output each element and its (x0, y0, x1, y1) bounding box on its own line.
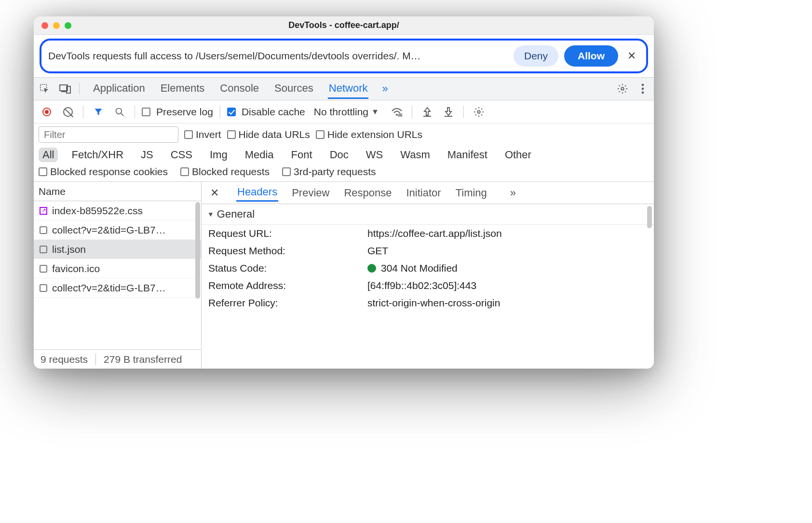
details-panel: ✕ Headers Preview Response Initiator Tim… (202, 182, 654, 369)
search-icon[interactable] (111, 104, 128, 120)
permission-text: DevTools requests full access to /Users/… (48, 50, 508, 62)
requests-count: 9 requests (41, 354, 88, 365)
third-party-checkbox[interactable]: 3rd-party requests (282, 166, 376, 178)
general-section-header[interactable]: ▼ General (202, 204, 654, 225)
kv-referrer-policy: Referrer Policy:strict-origin-when-cross… (202, 294, 654, 312)
chevron-down-icon: ▼ (371, 108, 379, 116)
file-icon (40, 284, 47, 292)
type-fetch[interactable]: Fetch/XHR (68, 148, 127, 162)
type-manifest[interactable]: Manifest (444, 148, 491, 162)
tab-headers[interactable]: Headers (236, 184, 278, 202)
tab-sources[interactable]: Sources (273, 79, 314, 99)
type-media[interactable]: Media (241, 148, 278, 162)
titlebar: DevTools - coffee-cart.app/ (34, 16, 654, 35)
svg-point-5 (642, 84, 644, 86)
network-settings-icon[interactable] (471, 104, 487, 120)
resource-type-filters: All Fetch/XHR JS CSS Img Media Font Doc … (34, 146, 654, 165)
status-ok-icon (367, 264, 376, 273)
traffic-lights (41, 22, 71, 29)
panel-tabs-row: Application Elements Console Sources Net… (34, 77, 654, 100)
request-row[interactable]: favicon.ico (34, 259, 201, 278)
tab-application[interactable]: Application (92, 79, 146, 99)
svg-point-8 (116, 108, 122, 114)
requests-panel: Name index-b859522e.css collect?v=2&tid=… (34, 182, 202, 369)
kv-request-url: Request URL:https://coffee-cart.app/list… (202, 225, 654, 242)
requests-list: index-b859522e.css collect?v=2&tid=G-LB7… (34, 201, 201, 349)
type-wasm[interactable]: Wasm (396, 148, 434, 162)
filter-toggle-icon[interactable] (90, 104, 107, 120)
device-toolbar-icon[interactable] (57, 81, 73, 97)
inspect-element-icon[interactable] (37, 81, 53, 97)
download-har-icon[interactable] (440, 104, 457, 120)
minimize-window-button[interactable] (53, 22, 60, 29)
detail-tabs: ✕ Headers Preview Response Initiator Tim… (202, 182, 654, 204)
throttling-select[interactable]: No throttling ▼ (314, 106, 379, 118)
type-all[interactable]: All (39, 148, 58, 162)
permission-banner: DevTools requests full access to /Users/… (40, 39, 648, 73)
tab-console[interactable]: Console (219, 79, 260, 99)
tab-preview[interactable]: Preview (291, 185, 330, 201)
file-icon (40, 265, 47, 273)
request-row-selected[interactable]: list.json (34, 240, 201, 259)
kv-status-code: Status Code:304 Not Modified (202, 260, 654, 277)
name-column-header[interactable]: Name (34, 182, 201, 201)
tab-response[interactable]: Response (343, 185, 392, 201)
clear-button[interactable] (60, 104, 76, 120)
request-row[interactable]: index-b859522e.css (34, 201, 201, 220)
more-tabs-icon[interactable]: » (382, 83, 388, 95)
panel-tabs: Application Elements Console Sources Net… (92, 79, 368, 99)
blocked-requests-checkbox[interactable]: Blocked requests (180, 166, 270, 178)
filter-input[interactable] (39, 126, 178, 143)
disclosure-triangle-icon: ▼ (207, 210, 214, 218)
close-banner-icon[interactable]: ✕ (624, 50, 639, 62)
preserve-log-checkbox[interactable]: Preserve log (142, 106, 213, 118)
hide-extension-urls-checkbox[interactable]: Hide extension URLs (316, 129, 422, 140)
type-js[interactable]: JS (137, 148, 157, 162)
tab-initiator[interactable]: Initiator (405, 185, 442, 201)
extra-filters-row: Blocked response cookies Blocked request… (34, 165, 654, 182)
scrollbar-thumb[interactable] (195, 202, 200, 299)
file-icon (40, 246, 47, 253)
request-row[interactable]: collect?v=2&tid=G-LB7… (34, 278, 201, 298)
disable-cache-checkbox[interactable]: Disable cache (227, 106, 305, 118)
type-font[interactable]: Font (287, 148, 316, 162)
tab-network[interactable]: Network (328, 79, 369, 99)
type-img[interactable]: Img (206, 148, 231, 162)
close-window-button[interactable] (41, 22, 48, 29)
upload-har-icon[interactable] (419, 104, 435, 120)
network-toolbar: Preserve log Disable cache No throttling… (34, 100, 654, 124)
blocked-cookies-checkbox[interactable]: Blocked response cookies (39, 166, 168, 178)
svg-point-10 (396, 114, 398, 116)
svg-rect-2 (61, 91, 66, 92)
kv-request-method: Request Method:GET (202, 242, 654, 260)
transferred-size: 279 B transferred (95, 354, 182, 365)
svg-point-14 (477, 110, 480, 113)
svg-point-4 (621, 87, 624, 90)
invert-checkbox[interactable]: Invert (184, 129, 221, 140)
type-doc[interactable]: Doc (326, 148, 352, 162)
hide-data-urls-checkbox[interactable]: Hide data URLs (227, 129, 310, 140)
close-details-icon[interactable]: ✕ (205, 187, 224, 199)
kv-remote-address: Remote Address:[64:ff9b::4b02:3c05]:443 (202, 277, 654, 294)
type-other[interactable]: Other (501, 148, 535, 162)
request-row[interactable]: collect?v=2&tid=G-LB7… (34, 220, 201, 240)
allow-button[interactable]: Allow (564, 45, 618, 67)
type-ws[interactable]: WS (362, 148, 387, 162)
deny-button[interactable]: Deny (514, 45, 558, 67)
tab-elements[interactable]: Elements (160, 79, 206, 99)
filter-row: Invert Hide data URLs Hide extension URL… (34, 124, 654, 146)
more-menu-icon[interactable] (635, 81, 651, 97)
override-icon (40, 207, 47, 215)
network-conditions-icon[interactable] (389, 104, 405, 120)
tab-timing[interactable]: Timing (455, 185, 488, 201)
svg-line-9 (121, 113, 124, 116)
status-bar: 9 requests 279 B transferred (34, 349, 201, 369)
type-css[interactable]: CSS (167, 148, 196, 162)
settings-icon[interactable] (614, 81, 631, 97)
record-button[interactable] (39, 104, 55, 120)
svg-point-6 (642, 88, 644, 90)
devtools-window: DevTools - coffee-cart.app/ DevTools req… (34, 16, 654, 369)
scrollbar-thumb[interactable] (647, 206, 652, 228)
fullscreen-window-button[interactable] (65, 22, 71, 29)
more-detail-tabs-icon[interactable]: » (510, 187, 516, 199)
